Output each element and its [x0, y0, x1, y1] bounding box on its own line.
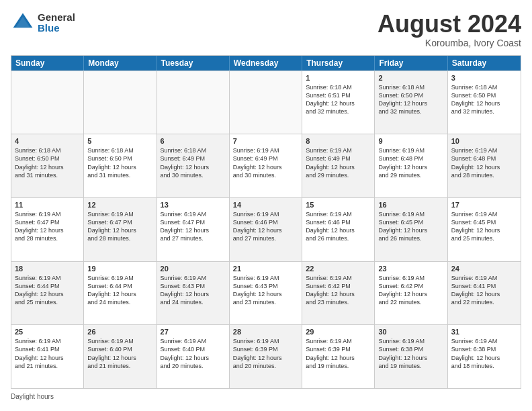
day-number: 10 [451, 137, 517, 145]
cal-cell-r3-c1: 19Sunrise: 6:19 AM Sunset: 6:44 PM Dayli… [84, 262, 157, 325]
calendar-row-3: 18Sunrise: 6:19 AM Sunset: 6:44 PM Dayli… [11, 261, 521, 325]
logo-icon [11, 11, 35, 35]
cal-cell-r2-c6: 17Sunrise: 6:19 AM Sunset: 6:45 PM Dayli… [448, 198, 521, 261]
day-detail: Sunrise: 6:19 AM Sunset: 6:46 PM Dayligh… [306, 210, 371, 243]
cal-cell-r2-c1: 12Sunrise: 6:19 AM Sunset: 6:47 PM Dayli… [84, 198, 157, 261]
day-detail: Sunrise: 6:18 AM Sunset: 6:49 PM Dayligh… [161, 146, 226, 179]
cal-cell-r0-c0 [11, 71, 84, 134]
dow-tuesday: Tuesday [157, 56, 230, 71]
cal-cell-r4-c3: 28Sunrise: 6:19 AM Sunset: 6:39 PM Dayli… [230, 325, 302, 388]
day-number: 29 [306, 328, 371, 336]
day-detail: Sunrise: 6:19 AM Sunset: 6:42 PM Dayligh… [378, 274, 443, 307]
title-block: August 2024 Koroumba, Ivory Coast [378, 11, 521, 48]
day-detail: Sunrise: 6:19 AM Sunset: 6:45 PM Dayligh… [451, 210, 517, 243]
cal-cell-r3-c5: 23Sunrise: 6:19 AM Sunset: 6:42 PM Dayli… [375, 262, 447, 325]
day-detail: Sunrise: 6:19 AM Sunset: 6:39 PM Dayligh… [306, 337, 371, 370]
calendar: Sunday Monday Tuesday Wednesday Thursday… [11, 55, 521, 389]
header: General Blue August 2024 Koroumba, Ivory… [11, 11, 521, 48]
cal-cell-r1-c0: 4Sunrise: 6:18 AM Sunset: 6:50 PM Daylig… [11, 134, 84, 197]
day-detail: Sunrise: 6:19 AM Sunset: 6:41 PM Dayligh… [15, 337, 80, 370]
day-number: 27 [161, 328, 226, 336]
cal-cell-r4-c6: 31Sunrise: 6:19 AM Sunset: 6:38 PM Dayli… [448, 325, 521, 388]
dow-thursday: Thursday [302, 56, 375, 71]
cal-cell-r1-c3: 7Sunrise: 6:19 AM Sunset: 6:49 PM Daylig… [230, 134, 302, 197]
day-detail: Sunrise: 6:19 AM Sunset: 6:49 PM Dayligh… [306, 146, 371, 179]
footer: Daylight hours [11, 393, 521, 400]
day-number: 2 [378, 74, 443, 82]
day-number: 7 [233, 137, 298, 145]
day-number: 28 [233, 328, 298, 336]
logo-text: General Blue [38, 12, 75, 34]
cal-cell-r2-c0: 11Sunrise: 6:19 AM Sunset: 6:47 PM Dayli… [11, 198, 84, 261]
title-location: Koroumba, Ivory Coast [378, 38, 521, 48]
cal-cell-r0-c4: 1Sunrise: 6:18 AM Sunset: 6:51 PM Daylig… [302, 71, 375, 134]
cal-cell-r3-c3: 21Sunrise: 6:19 AM Sunset: 6:43 PM Dayli… [230, 262, 302, 325]
day-detail: Sunrise: 6:19 AM Sunset: 6:48 PM Dayligh… [451, 146, 517, 179]
calendar-row-1: 4Sunrise: 6:18 AM Sunset: 6:50 PM Daylig… [11, 134, 521, 197]
cal-cell-r4-c0: 25Sunrise: 6:19 AM Sunset: 6:41 PM Dayli… [11, 325, 84, 388]
cal-cell-r0-c3 [230, 71, 302, 134]
cal-cell-r1-c4: 8Sunrise: 6:19 AM Sunset: 6:49 PM Daylig… [302, 134, 375, 197]
day-detail: Sunrise: 6:19 AM Sunset: 6:43 PM Dayligh… [161, 274, 226, 307]
day-number: 6 [161, 137, 226, 145]
day-number: 14 [233, 201, 298, 209]
calendar-body: 1Sunrise: 6:18 AM Sunset: 6:51 PM Daylig… [11, 71, 521, 388]
day-detail: Sunrise: 6:19 AM Sunset: 6:49 PM Dayligh… [233, 146, 298, 179]
day-detail: Sunrise: 6:19 AM Sunset: 6:47 PM Dayligh… [15, 210, 80, 243]
day-number: 1 [306, 74, 371, 82]
cal-cell-r1-c1: 5Sunrise: 6:18 AM Sunset: 6:50 PM Daylig… [84, 134, 157, 197]
day-detail: Sunrise: 6:19 AM Sunset: 6:47 PM Dayligh… [161, 210, 226, 243]
day-detail: Sunrise: 6:19 AM Sunset: 6:41 PM Dayligh… [451, 274, 517, 307]
cal-cell-r3-c6: 24Sunrise: 6:19 AM Sunset: 6:41 PM Dayli… [448, 262, 521, 325]
day-number: 4 [15, 137, 80, 145]
day-number: 8 [306, 137, 371, 145]
cal-cell-r2-c5: 16Sunrise: 6:19 AM Sunset: 6:45 PM Dayli… [375, 198, 447, 261]
calendar-header: Sunday Monday Tuesday Wednesday Thursday… [11, 56, 521, 71]
day-detail: Sunrise: 6:19 AM Sunset: 6:44 PM Dayligh… [87, 274, 152, 307]
cal-cell-r4-c1: 26Sunrise: 6:19 AM Sunset: 6:40 PM Dayli… [84, 325, 157, 388]
cal-cell-r0-c2 [157, 71, 230, 134]
day-number: 25 [15, 328, 80, 336]
day-detail: Sunrise: 6:18 AM Sunset: 6:50 PM Dayligh… [15, 146, 80, 179]
day-detail: Sunrise: 6:19 AM Sunset: 6:48 PM Dayligh… [378, 146, 443, 179]
cal-cell-r1-c5: 9Sunrise: 6:19 AM Sunset: 6:48 PM Daylig… [375, 134, 447, 197]
footer-text: Daylight hours [11, 393, 54, 400]
day-number: 9 [378, 137, 443, 145]
cal-cell-r0-c6: 3Sunrise: 6:18 AM Sunset: 6:50 PM Daylig… [448, 71, 521, 134]
day-number: 5 [87, 137, 152, 145]
cal-cell-r3-c2: 20Sunrise: 6:19 AM Sunset: 6:43 PM Dayli… [157, 262, 230, 325]
calendar-row-2: 11Sunrise: 6:19 AM Sunset: 6:47 PM Dayli… [11, 197, 521, 261]
cal-cell-r0-c5: 2Sunrise: 6:18 AM Sunset: 6:50 PM Daylig… [375, 71, 447, 134]
cal-cell-r4-c5: 30Sunrise: 6:19 AM Sunset: 6:38 PM Dayli… [375, 325, 447, 388]
dow-monday: Monday [84, 56, 157, 71]
day-number: 21 [233, 265, 298, 273]
day-number: 3 [451, 74, 517, 82]
day-number: 18 [15, 265, 80, 273]
day-number: 19 [87, 265, 152, 273]
day-number: 13 [161, 201, 226, 209]
day-detail: Sunrise: 6:18 AM Sunset: 6:50 PM Dayligh… [378, 83, 443, 116]
day-number: 26 [87, 328, 152, 336]
day-number: 23 [378, 265, 443, 273]
cal-cell-r2-c4: 15Sunrise: 6:19 AM Sunset: 6:46 PM Dayli… [302, 198, 375, 261]
day-detail: Sunrise: 6:19 AM Sunset: 6:43 PM Dayligh… [233, 274, 298, 307]
day-detail: Sunrise: 6:19 AM Sunset: 6:46 PM Dayligh… [233, 210, 298, 243]
day-number: 20 [161, 265, 226, 273]
day-number: 11 [15, 201, 80, 209]
cal-cell-r1-c2: 6Sunrise: 6:18 AM Sunset: 6:49 PM Daylig… [157, 134, 230, 197]
day-number: 22 [306, 265, 371, 273]
day-detail: Sunrise: 6:19 AM Sunset: 6:38 PM Dayligh… [451, 337, 517, 370]
cal-cell-r4-c4: 29Sunrise: 6:19 AM Sunset: 6:39 PM Dayli… [302, 325, 375, 388]
cal-cell-r2-c2: 13Sunrise: 6:19 AM Sunset: 6:47 PM Dayli… [157, 198, 230, 261]
day-detail: Sunrise: 6:19 AM Sunset: 6:47 PM Dayligh… [87, 210, 152, 243]
logo: General Blue [11, 11, 75, 35]
calendar-row-4: 25Sunrise: 6:19 AM Sunset: 6:41 PM Dayli… [11, 324, 521, 388]
day-detail: Sunrise: 6:19 AM Sunset: 6:44 PM Dayligh… [15, 274, 80, 307]
logo-blue-text: Blue [38, 23, 75, 34]
cal-cell-r2-c3: 14Sunrise: 6:19 AM Sunset: 6:46 PM Dayli… [230, 198, 302, 261]
day-number: 16 [378, 201, 443, 209]
day-detail: Sunrise: 6:18 AM Sunset: 6:50 PM Dayligh… [87, 146, 152, 179]
day-number: 15 [306, 201, 371, 209]
dow-friday: Friday [375, 56, 447, 71]
day-number: 31 [451, 328, 517, 336]
